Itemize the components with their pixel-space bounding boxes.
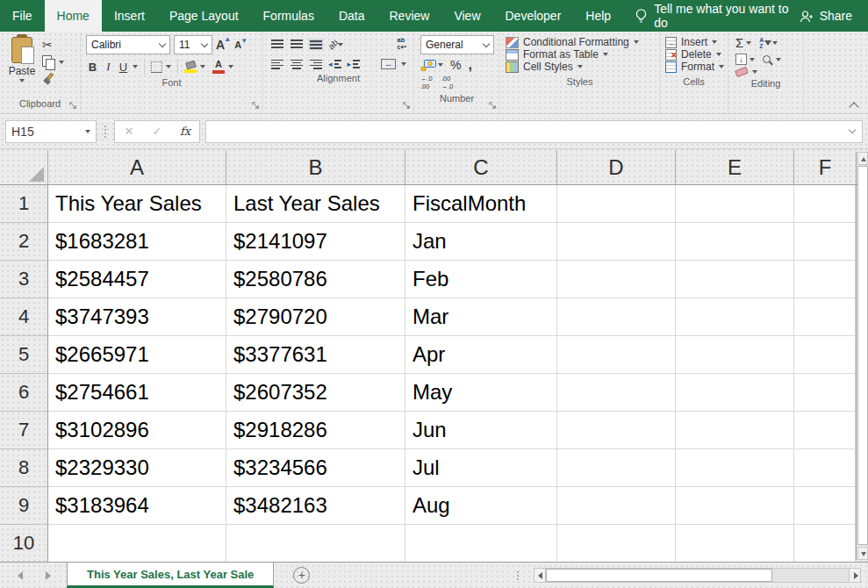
tab-data[interactable]: Data bbox=[326, 0, 377, 32]
cell-F10[interactable] bbox=[794, 525, 856, 562]
format-as-table-button[interactable]: Format as Table bbox=[506, 48, 654, 61]
cell-D10[interactable] bbox=[557, 525, 676, 562]
cell-B8[interactable]: $3234566 bbox=[226, 449, 405, 487]
cell-A7[interactable]: $3102896 bbox=[48, 412, 226, 449]
fill-color-button[interactable] bbox=[184, 61, 197, 73]
cell-F6[interactable] bbox=[794, 374, 856, 412]
column-header-E[interactable]: E bbox=[676, 150, 794, 184]
cell-D4[interactable] bbox=[557, 298, 676, 336]
cell-A1[interactable]: This Year Sales bbox=[48, 185, 226, 223]
cell-E5[interactable] bbox=[676, 336, 794, 374]
next-sheet-icon[interactable] bbox=[46, 571, 51, 580]
scroll-down-button[interactable] bbox=[857, 547, 868, 560]
cell-E3[interactable] bbox=[676, 261, 794, 298]
cell-B6[interactable]: $2607352 bbox=[226, 374, 405, 412]
bottom-align-button[interactable] bbox=[309, 39, 323, 50]
row-header-10[interactable]: 10 bbox=[0, 525, 48, 562]
autosum-button[interactable]: Σ bbox=[735, 35, 751, 50]
font-size-select[interactable]: 11 bbox=[174, 35, 212, 54]
cell-B5[interactable]: $3377631 bbox=[226, 336, 405, 374]
cell-F9[interactable] bbox=[794, 487, 856, 525]
row-header-3[interactable]: 3 bbox=[0, 261, 48, 298]
format-painter-button[interactable] bbox=[42, 73, 54, 85]
cell-F8[interactable] bbox=[794, 449, 856, 487]
borders-dropdown-icon[interactable] bbox=[166, 65, 171, 68]
cell-D1[interactable] bbox=[557, 185, 676, 223]
cell-D5[interactable] bbox=[557, 336, 676, 374]
vertical-scrollbar[interactable] bbox=[856, 152, 868, 560]
cell-A4[interactable]: $3747393 bbox=[48, 298, 226, 336]
cell-E2[interactable] bbox=[676, 223, 794, 261]
clear-button[interactable] bbox=[735, 68, 757, 75]
accounting-format-button[interactable] bbox=[420, 60, 443, 71]
scroll-up-button[interactable] bbox=[857, 152, 868, 165]
cell-A10[interactable] bbox=[48, 525, 226, 562]
row-header-1[interactable]: 1 bbox=[0, 185, 48, 223]
merge-dropdown-icon[interactable] bbox=[401, 62, 406, 66]
cell-D2[interactable] bbox=[557, 223, 676, 261]
insert-cells-button[interactable]: ← Insert bbox=[665, 36, 722, 48]
cell-E7[interactable] bbox=[676, 412, 794, 449]
cell-F2[interactable] bbox=[794, 223, 856, 261]
comma-style-button[interactable]: , bbox=[468, 57, 471, 73]
number-dialog-launcher-icon[interactable] bbox=[489, 102, 497, 110]
italic-button[interactable]: I bbox=[103, 60, 114, 74]
top-align-button[interactable] bbox=[270, 39, 284, 50]
select-all-corner[interactable] bbox=[0, 150, 48, 184]
copy-button[interactable] bbox=[42, 55, 64, 69]
bold-button[interactable]: B bbox=[86, 61, 99, 74]
tab-page-layout[interactable]: Page Layout bbox=[157, 0, 251, 32]
tab-help[interactable]: Help bbox=[573, 0, 623, 32]
orientation-button[interactable]: ab bbox=[328, 38, 343, 50]
cell-D3[interactable] bbox=[557, 261, 676, 298]
row-header-6[interactable]: 6 bbox=[0, 374, 48, 412]
cell-C10[interactable] bbox=[405, 525, 557, 562]
font-dialog-launcher-icon[interactable] bbox=[252, 102, 260, 110]
paste-button[interactable]: Paste bbox=[2, 34, 42, 97]
font-color-button[interactable]: A bbox=[212, 60, 225, 74]
horizontal-scroll-thumb[interactable] bbox=[546, 569, 772, 582]
cut-button[interactable]: ✂ bbox=[42, 38, 64, 52]
tell-me-box[interactable]: Tell me what you want to do bbox=[635, 0, 800, 32]
collapse-ribbon-icon[interactable] bbox=[850, 101, 857, 108]
formula-bar-splitter[interactable] bbox=[102, 125, 109, 138]
fill-button[interactable]: ↓ bbox=[735, 54, 755, 65]
sort-filter-button[interactable]: AZ bbox=[759, 37, 778, 49]
cell-B4[interactable]: $2790720 bbox=[226, 298, 405, 336]
tab-review[interactable]: Review bbox=[377, 0, 442, 32]
cell-C7[interactable]: Jun bbox=[405, 412, 557, 449]
new-sheet-button[interactable]: + bbox=[293, 567, 310, 584]
enter-icon[interactable]: ✓ bbox=[143, 125, 171, 138]
tab-file[interactable]: File bbox=[0, 0, 45, 32]
shrink-font-button[interactable]: A▼ bbox=[234, 39, 247, 50]
cell-A2[interactable]: $1683281 bbox=[48, 223, 226, 261]
cell-E4[interactable] bbox=[676, 298, 794, 336]
underline-button[interactable]: U bbox=[118, 61, 129, 74]
row-header-9[interactable]: 9 bbox=[0, 487, 48, 525]
tab-view[interactable]: View bbox=[441, 0, 492, 32]
insert-function-icon[interactable]: fx bbox=[171, 125, 199, 138]
scroll-right-button[interactable] bbox=[849, 568, 861, 583]
increase-indent-button[interactable]: ▸ bbox=[348, 59, 362, 70]
number-format-select[interactable]: General bbox=[420, 35, 494, 54]
cell-A5[interactable]: $2665971 bbox=[48, 336, 226, 374]
cell-D9[interactable] bbox=[557, 487, 676, 525]
cell-A8[interactable]: $2329330 bbox=[48, 449, 226, 487]
tab-developer[interactable]: Developer bbox=[493, 0, 574, 32]
cell-B2[interactable]: $2141097 bbox=[226, 223, 405, 261]
cell-F5[interactable] bbox=[794, 336, 856, 374]
tab-formulas[interactable]: Formulas bbox=[251, 0, 326, 32]
cell-styles-button[interactable]: Cell Styles bbox=[506, 61, 654, 73]
cell-F1[interactable] bbox=[794, 185, 856, 223]
grow-font-button[interactable]: A▲ bbox=[216, 38, 231, 52]
cell-D8[interactable] bbox=[557, 449, 676, 487]
align-right-button[interactable] bbox=[309, 59, 323, 70]
column-header-C[interactable]: C bbox=[405, 150, 557, 184]
cell-E8[interactable] bbox=[676, 449, 794, 487]
cell-F7[interactable] bbox=[794, 412, 856, 449]
cell-F4[interactable] bbox=[794, 298, 856, 336]
cell-C4[interactable]: Mar bbox=[405, 298, 557, 336]
cell-D6[interactable] bbox=[557, 374, 676, 412]
cell-E9[interactable] bbox=[676, 487, 794, 525]
share-button[interactable]: Share bbox=[800, 0, 852, 32]
